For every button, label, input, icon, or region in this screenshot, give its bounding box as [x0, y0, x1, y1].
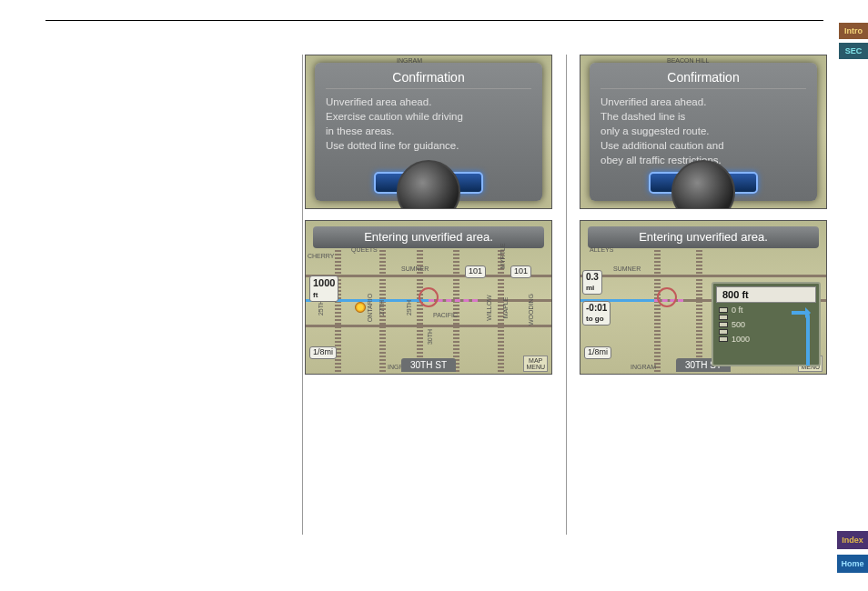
distance-pill: 1000 ft	[309, 275, 338, 302]
turn-guidance-panel: 800 ft 0 ft 500 1000	[712, 282, 821, 366]
tick-icon	[719, 315, 728, 320]
dialog-title: Confirmation	[326, 70, 531, 89]
road-label: CHERRY	[308, 253, 334, 259]
tick-label: 0 ft	[732, 306, 743, 315]
map-menu-line1: MAP	[529, 357, 542, 364]
tick-label: 500	[732, 320, 745, 329]
road-label: MAPLE	[503, 297, 510, 319]
road-label: INGRAM	[631, 364, 656, 370]
road-label: WILLOW	[485, 295, 491, 320]
nav-screen-map-left: Entering unverified area. CHERRY QUEETS …	[305, 220, 552, 375]
road-label: SUMNER	[401, 265, 429, 272]
dialog-body: Unverified area ahead. The dashed line i…	[601, 95, 806, 168]
road-line	[306, 325, 551, 327]
dialog-line: Exercise caution while driving	[326, 109, 531, 124]
tab-intro[interactable]: Intro	[839, 23, 868, 39]
road-label: 25TH	[318, 300, 324, 316]
distance-pill: 0.3 mi	[582, 270, 602, 295]
dialog-line: Unverified area ahead.	[326, 95, 531, 109]
dialog-line: Use dotted line for guidance.	[326, 138, 531, 153]
side-tabs-top: Intro SEC	[839, 23, 868, 59]
turn-right-arrow-icon	[792, 311, 810, 366]
nav-screen-map-right: Entering unverified area. ALLEYS SUMNER …	[580, 220, 827, 375]
column-right: BEACON HILL Confirmation Unverified area…	[580, 55, 827, 386]
highway-shield: 101	[465, 265, 486, 278]
highway-shield: 101	[510, 265, 531, 278]
dialog-line: in these areas.	[326, 124, 531, 138]
map-menu-line2: MENU	[526, 364, 545, 370]
dialog-line: Unverified area ahead.	[601, 95, 806, 109]
confirmation-dialog: Confirmation Unverified area ahead. Exer…	[315, 63, 542, 201]
confirmation-dialog: Confirmation Unverified area ahead. The …	[590, 63, 817, 201]
tab-home[interactable]: Home	[837, 555, 868, 573]
road-label: 29TH	[406, 300, 412, 316]
distance-unit: mi	[586, 284, 594, 292]
dialog-line: only a suggested route.	[601, 124, 806, 138]
map-banner: Entering unverified area.	[588, 226, 819, 248]
vehicle-position-icon	[657, 287, 677, 307]
distance-value: 0.3	[586, 272, 599, 282]
column-left: INGRAM Confirmation Unverified area ahea…	[305, 55, 552, 386]
current-street: 30TH ST	[401, 358, 456, 372]
time-pill: -0:01 to go	[582, 301, 611, 326]
vehicle-position-icon	[419, 287, 439, 307]
dialog-line: The dashed line is	[601, 109, 806, 124]
road-line	[580, 275, 826, 277]
road-label: ONTARIO	[367, 294, 373, 322]
time-value: -0:01	[586, 303, 607, 313]
column-divider-1	[302, 55, 303, 535]
nav-screen-confirmation-right: BEACON HILL Confirmation Unverified area…	[580, 55, 827, 209]
side-tabs-bottom: Index Home	[837, 531, 868, 573]
road-label: 30TH	[427, 329, 433, 345]
distance-value: 1000	[313, 277, 335, 288]
road-label: WOODING	[528, 294, 534, 326]
road-label: 27TH	[378, 300, 385, 316]
distance-unit: ft	[313, 291, 318, 299]
guidance-distance: 800 ft	[716, 286, 816, 303]
tick-icon	[719, 307, 728, 313]
road-line	[696, 250, 702, 374]
time-togo: to go	[586, 315, 604, 323]
map-canvas[interactable]: CHERRY QUEETS SUMNER MYRTLE PACIFIC INGR…	[306, 250, 551, 374]
tab-sec[interactable]: SEC	[839, 43, 868, 59]
tick-icon	[719, 322, 728, 327]
dialog-title: Confirmation	[601, 70, 806, 89]
road-label: SUMNER	[613, 265, 641, 272]
map-banner: Entering unverified area.	[313, 226, 544, 248]
road-label: QUEETS	[351, 246, 378, 253]
tick-icon	[719, 336, 728, 342]
poi-gas-icon	[355, 302, 366, 313]
map-canvas[interactable]: ALLEYS SUMNER INGRAM 1ST 0.3 mi -0:01 to…	[580, 250, 826, 374]
road-line	[654, 250, 661, 374]
content-columns: INGRAM Confirmation Unverified area ahea…	[305, 55, 840, 386]
tab-index[interactable]: Index	[837, 531, 868, 549]
scale-pill[interactable]: 1/8mi	[309, 346, 337, 359]
page-rule	[45, 20, 823, 21]
dialog-body: Unverified area ahead. Exercise caution …	[326, 95, 531, 168]
scale-pill[interactable]: 1/8mi	[584, 346, 611, 359]
map-menu-button[interactable]: MAP MENU	[523, 356, 548, 372]
nav-screen-confirmation-left: INGRAM Confirmation Unverified area ahea…	[305, 55, 552, 209]
tick-icon	[719, 329, 728, 335]
road-label: MYRTLE	[499, 243, 505, 268]
dialog-line: Use additional caution and	[601, 138, 806, 153]
road-label: PACIFIC	[433, 312, 458, 318]
tick-label: 1000	[732, 335, 750, 344]
road-label: ALLEYS	[590, 246, 613, 253]
